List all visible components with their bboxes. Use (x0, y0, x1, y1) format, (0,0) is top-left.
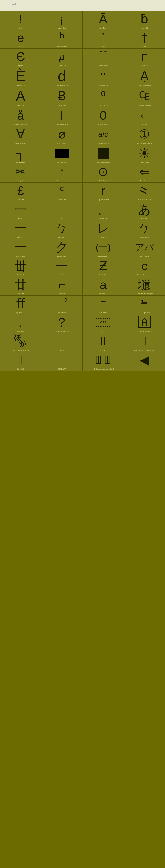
cell-label-ec: EC (41, 218, 82, 219)
glyph-symbol-bopomofo-ext: ㄅ (138, 221, 151, 238)
glyph-symbol-super-and-sub: ⁰ (101, 89, 106, 106)
cell-label-half-marks: Half Marks (83, 312, 124, 313)
cell-label-enclosed-alphanum-sup: Enclosed Alphanum Sup (124, 331, 165, 332)
glyph-symbol-misc-math-symbols-b: ⊙ (98, 165, 108, 182)
glyph-symbol-math-operators: ∀ (16, 127, 25, 144)
glyph-symbol-letterlike-symbols: l (60, 109, 63, 125)
cell-half-and-full-forms: ？ Half And Full Forms (41, 314, 82, 333)
cell-label-currency-symbols: Currency Symbols (124, 105, 165, 106)
cell-label-misc-symbols: Misc Symbols (124, 161, 165, 163)
cell-label-bopomofo-ext: Bopomofo Ext (124, 237, 165, 238)
svg-line-5 (141, 149, 142, 151)
cell-katakana-ext: ク Katakana Ext (41, 239, 82, 258)
cell-label-cjk-compat-ideographs-sup: CJK Compat Ideographs Sup (124, 349, 165, 351)
cell-label-punctuation: Punctuation (41, 105, 82, 106)
glyph-symbol-small-forms: ﹐ (14, 316, 27, 332)
cell-label-diacritics-sup: Diacritics Sup (83, 85, 124, 87)
glyph-symbol-cjk-ext-f: 𬀀 (101, 334, 106, 351)
glyph-symbol-greek-ext: A (16, 89, 26, 106)
glyph-symbol-alphabetic-ff: ﬀ (16, 297, 25, 313)
glyph-symbol-ipa-ext: e (17, 31, 24, 48)
cell-label-cjk-strokes: CJK Strokes (0, 255, 41, 257)
glyph-grid: ! ASCII ¡ Latin 1 Sup Ā Latin Ext A ƀ La… (0, 11, 165, 371)
glyph-symbol-cjk-ext-1: 𰀀 (18, 353, 23, 370)
glyph-symbol-latin-1-sup: ¡ (60, 12, 64, 29)
cell-label-latin-ext-additional: Latin Ext Additional (124, 85, 165, 87)
cell-label-kanbun: Kanbun (83, 237, 124, 238)
cell-label-dingbats: Dingbats (0, 180, 41, 182)
cell-arrows: ← Arrows (124, 107, 165, 126)
glyph-symbol-cjk-symbols: 、 (97, 203, 109, 219)
cell-number-forms: 0 Number Forms (83, 107, 124, 126)
cell-phonetic-ext-sup: d Phonetic Ext Sup (41, 67, 82, 87)
cell-label-cyrillic-ext-b: Cyrillic Ext B (83, 274, 124, 276)
cell-phonetic-ext: È Phonetic Ext (0, 67, 41, 87)
font-source (0, 7, 165, 11)
glyph-symbol-cjk-compat-ideographs-sup2: 丗丗 (94, 353, 112, 370)
cell-ascii: ! ASCII (0, 11, 41, 30)
cell-letterlike-symbols: l Letterlike Symbols (41, 107, 82, 126)
cell-label-diacritics-ext: Diacritics Ext (83, 65, 124, 66)
cell-sup-punctuation: r Sup Punctuation (83, 183, 124, 201)
cell-label-modifier-letters: Modifier Letters (41, 46, 82, 48)
cell-specials: OBJ Specials (83, 314, 124, 333)
cell-greek: † Greek (124, 30, 165, 49)
cell-label-cjk-compat: CJK Compat (124, 255, 165, 257)
geom-rect-symbol (97, 148, 109, 159)
cell-misc-arrows: ⇐ Misc Arrows (124, 164, 165, 183)
glyph-symbol-diacritics: ` (101, 31, 105, 48)
cell-label-block-elements: Block Elements (41, 161, 82, 163)
svg-point-0 (142, 151, 147, 155)
glyph-symbol-latin-ext-c: £ (17, 184, 24, 200)
cell-label-letterlike-symbols: Letterlike Symbols (41, 124, 82, 125)
cell-label-misc-technical: Misc Technical (41, 143, 82, 144)
cell-label-latin-ext-d: Latin Ext D (0, 293, 41, 295)
glyph-symbol-control-pictures: a/c (98, 127, 108, 144)
cell-label-kaeri-te: Kaeri Te (41, 293, 82, 295)
cell-ec: EC (41, 202, 82, 220)
cell-label-math-operators: Math Operators (0, 143, 41, 144)
cell-label-latin-ext-e: Latin Ext E (83, 293, 124, 295)
cell-enclosed-alphanums: ① Enclosed Alphanums (124, 126, 165, 145)
cell-label-cyrillic-ext-c: Cyrillic Ext C (124, 65, 165, 66)
cell-cyrillic-ext-a: ᶝ Cyrillic Ext A (41, 183, 82, 201)
glyph-symbol-currency-symbols: ₠ (139, 89, 150, 106)
glyph-symbol-cyrillic: Є (16, 50, 25, 66)
glyph-symbol-half-marks: ⁻ (100, 297, 107, 313)
cell-latin-ext-d: 廿 Latin Ext D (0, 277, 41, 295)
cell-latin-ext-c: £ Latin Ext C (0, 183, 41, 201)
glyph-symbol-kangxi: ⼀ (14, 203, 27, 219)
cell-latin-ext-a: Ā Latin Ext A (83, 11, 124, 30)
cell-label-enclosed-alphanums: Enclosed Alphanums (124, 143, 165, 144)
cell-label-cjk-compat-ideographs: CJK Compat Ideographs (124, 293, 165, 295)
cell-vertical-forms: ︐ Vertical Forms (41, 296, 82, 314)
cell-label-latin-ext-c: Latin Ext C (0, 199, 41, 201)
cell-label-enclosed-cjk: Enclosed CJK (83, 255, 124, 257)
svg-line-7 (147, 149, 148, 151)
cell-enclosed-ideographic-sup: 🈀 Enclosed Ideographic Sup (0, 333, 41, 352)
cell-label-small-forms: Small Forms (0, 331, 41, 332)
glyph-symbol-cjk-ext-47: 𱀀 (59, 353, 64, 370)
glyph-symbol-enclosed-alphanum-sup: 🄰 (138, 316, 151, 332)
cell-label-enclosed-ideographic-sup: Enclosed Ideographic Sup (0, 349, 41, 351)
black-rect-symbol (55, 149, 69, 158)
cell-label-diacritics: Diacritics (83, 46, 124, 48)
glyph-symbol-cjk-to-f: 𠀀 (59, 334, 64, 351)
cell-label-half-and-full-forms: Half And Full Forms (41, 331, 82, 332)
glyph-symbol-latin-ext-a: Ā (99, 12, 107, 29)
cell-misc-technical: ⌀ Misc Technical (41, 126, 82, 145)
obj-box-symbol: OBJ (96, 318, 110, 327)
cell-cjk-radicals-sup: ⺀ CJK Radicals Sup (124, 183, 165, 201)
glyph-symbol-latin-ext-b: ƀ (140, 12, 148, 29)
cell-label-misc-arrows: Misc Arrows (124, 180, 165, 182)
cell-math-operators: ∀ Math Operators (0, 126, 41, 145)
glyph-symbol-cjk-compat-forms: ﹄ (138, 297, 151, 313)
cell-label-diacritics-for-symbols: Diacritics For Symbols (0, 124, 41, 125)
cell-label-greek: Greek (124, 46, 165, 48)
cell-enclosed-cjk: (一) Enclosed CJK (83, 239, 124, 258)
glyph-symbol-cjk-radicals-sup: ⺀ (138, 184, 151, 200)
cell-hiragana: あ Hiragana (124, 202, 165, 220)
glyph-symbol-katakana: 一 (14, 221, 27, 238)
glyph-symbol-cjk-compat: アパ (135, 240, 154, 257)
glyph-symbol-modifier-letters: ʰ (59, 31, 64, 48)
